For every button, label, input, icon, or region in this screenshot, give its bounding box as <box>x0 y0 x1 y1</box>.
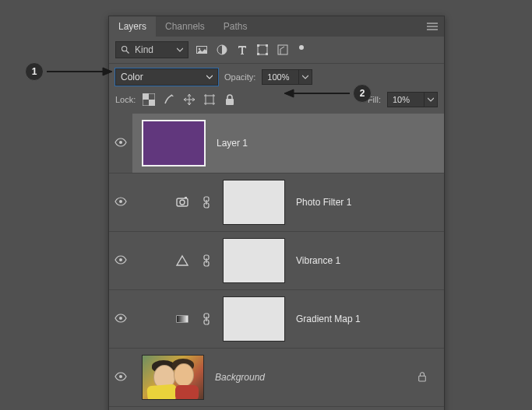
svg-marker-44 <box>284 89 294 97</box>
layer-mask-thumbnail[interactable] <box>223 180 285 225</box>
layer-row[interactable]: Gradient Map 1 <box>109 289 444 348</box>
fill-stepper[interactable] <box>425 92 438 107</box>
layer-row[interactable]: Photo Filter 1 <box>109 173 444 231</box>
svg-rect-20 <box>185 197 187 198</box>
annotation-badge: 2 <box>353 84 372 103</box>
filter-type-icons <box>195 43 304 57</box>
svg-point-28 <box>119 317 122 320</box>
vibrance-icon <box>174 253 190 268</box>
lock-label: Lock: <box>115 95 136 104</box>
filter-type-icon[interactable] <box>235 43 249 57</box>
opacity-label: Opacity: <box>224 72 255 82</box>
layers-bottom-bar: fx <box>109 406 444 410</box>
opacity-stepper[interactable] <box>299 69 312 85</box>
svg-rect-35 <box>419 376 426 381</box>
lock-row: Lock: Fill: 10% <box>109 90 444 114</box>
blend-mode-select[interactable]: Color <box>115 68 218 86</box>
svg-rect-9 <box>266 53 268 55</box>
layer-mask-thumbnail[interactable] <box>223 238 285 283</box>
layer-row[interactable]: Vibrance 1 <box>109 231 444 289</box>
tab-paths[interactable]: Paths <box>214 16 257 37</box>
layer-name[interactable]: Photo Filter 1 <box>296 197 351 208</box>
panel-menu-icon[interactable] <box>427 16 438 37</box>
svg-rect-13 <box>149 100 155 106</box>
annotation-2: 2 <box>284 84 372 103</box>
opacity-value[interactable]: 100% <box>262 69 299 85</box>
gradient-map-icon <box>174 311 190 327</box>
tab-layers[interactable]: Layers <box>109 16 156 37</box>
panel-tabs: Layers Channels Paths <box>109 16 444 37</box>
layer-row[interactable]: Background <box>109 348 444 406</box>
filter-kind-select[interactable]: Kind <box>115 41 188 58</box>
chevron-down-icon <box>177 44 183 55</box>
photo-filter-icon <box>174 194 190 210</box>
layer-thumbnail[interactable] <box>142 355 204 400</box>
svg-rect-15 <box>226 99 234 105</box>
visibility-toggle[interactable] <box>115 138 127 149</box>
link-icon[interactable] <box>201 196 212 209</box>
svg-point-17 <box>119 200 122 203</box>
svg-point-34 <box>119 375 122 378</box>
arrow-left-icon <box>284 85 350 102</box>
svg-rect-6 <box>257 44 259 47</box>
annotation-1: 1 <box>25 62 112 81</box>
lock-icons <box>142 93 237 107</box>
layer-mask-thumbnail[interactable] <box>223 296 285 342</box>
chevron-down-icon <box>206 72 213 82</box>
visibility-toggle[interactable] <box>115 372 127 384</box>
filter-smartobject-icon[interactable] <box>276 43 290 57</box>
svg-point-3 <box>199 48 200 50</box>
layers-panel: Layers Channels Paths Kind <box>108 16 445 410</box>
lock-transparent-icon[interactable] <box>142 93 156 107</box>
svg-rect-10 <box>278 45 287 54</box>
blend-row: Color Opacity: 100% <box>109 64 444 90</box>
filter-kind-label: Kind <box>135 44 153 55</box>
filter-toggle-dot[interactable] <box>299 45 304 50</box>
layer-name[interactable]: Layer 1 <box>217 138 248 149</box>
svg-point-0 <box>122 47 127 51</box>
filter-bar: Kind <box>109 37 444 64</box>
lock-position-icon[interactable] <box>182 93 196 107</box>
lock-image-icon[interactable] <box>162 93 176 107</box>
filter-adjustment-icon[interactable] <box>215 43 229 57</box>
svg-rect-30 <box>177 316 188 322</box>
layers-list: Layer 1 Photo Filter 1 <box>109 114 444 406</box>
svg-line-1 <box>126 51 129 53</box>
layer-row[interactable]: Layer 1 <box>109 114 444 173</box>
svg-rect-14 <box>206 96 213 103</box>
svg-point-24 <box>119 258 122 261</box>
filter-pixel-icon[interactable] <box>195 43 209 57</box>
visibility-toggle[interactable] <box>115 314 127 325</box>
layer-name[interactable]: Vibrance 1 <box>296 255 340 266</box>
tab-channels[interactable]: Channels <box>156 16 214 37</box>
fill-value[interactable]: 10% <box>387 92 425 107</box>
layer-thumbnail[interactable] <box>142 120 206 166</box>
svg-point-19 <box>180 200 185 205</box>
filter-shape-icon[interactable] <box>255 43 270 57</box>
layer-name[interactable]: Gradient Map 1 <box>296 314 361 324</box>
search-icon <box>121 45 130 54</box>
arrow-right-icon <box>47 63 112 80</box>
svg-rect-8 <box>257 53 259 55</box>
visibility-toggle[interactable] <box>115 197 127 209</box>
blend-mode-value: Color <box>121 72 143 82</box>
svg-rect-7 <box>266 44 268 47</box>
layer-name[interactable]: Background <box>215 372 265 383</box>
link-icon[interactable] <box>201 254 212 267</box>
visibility-toggle[interactable] <box>115 255 127 267</box>
svg-point-16 <box>119 141 122 144</box>
lock-icon <box>417 371 427 384</box>
annotation-badge: 1 <box>25 62 44 81</box>
svg-marker-42 <box>103 68 112 75</box>
svg-rect-12 <box>143 93 149 100</box>
link-icon[interactable] <box>201 313 212 325</box>
lock-all-icon[interactable] <box>223 93 237 107</box>
lock-artboard-icon[interactable] <box>203 93 217 107</box>
